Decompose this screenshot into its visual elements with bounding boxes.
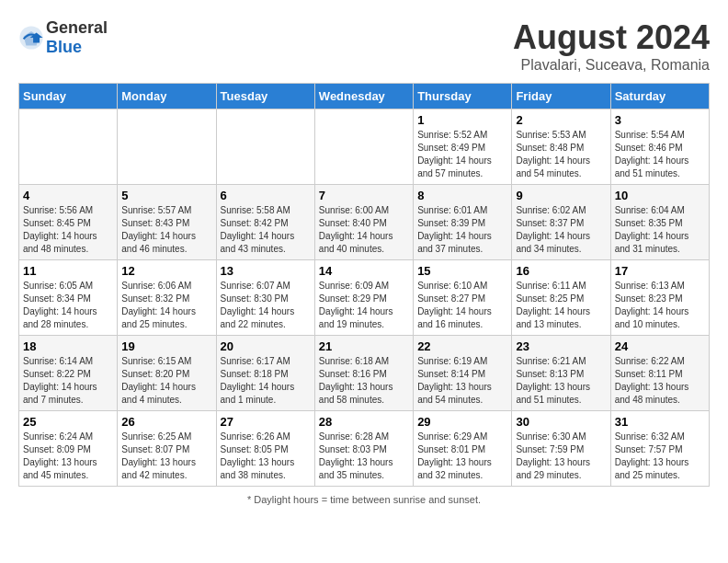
logo-text: General Blue: [46, 18, 108, 56]
day-info: Sunrise: 6:11 AMSunset: 8:25 PMDaylight:…: [516, 280, 606, 331]
day-info: Sunrise: 6:15 AMSunset: 8:20 PMDaylight:…: [121, 355, 211, 407]
calendar-cell: 14Sunrise: 6:09 AMSunset: 8:29 PMDayligh…: [314, 260, 413, 336]
day-info: Sunrise: 6:10 AMSunset: 8:27 PMDaylight:…: [417, 280, 507, 331]
day-info: Sunrise: 6:18 AMSunset: 8:16 PMDaylight:…: [319, 355, 409, 407]
day-info: Sunrise: 6:24 AMSunset: 8:09 PMDaylight:…: [23, 431, 113, 482]
calendar-cell: [216, 109, 314, 185]
calendar-day-header: Tuesday: [216, 84, 314, 109]
calendar-cell: 12Sunrise: 6:06 AMSunset: 8:32 PMDayligh…: [118, 260, 216, 336]
day-number: 15: [417, 264, 507, 278]
calendar-cell: 29Sunrise: 6:29 AMSunset: 8:01 PMDayligh…: [414, 411, 512, 487]
day-number: 3: [615, 113, 705, 127]
day-number: 13: [221, 264, 311, 278]
footer-note: * Daylight hours = time between sunrise …: [18, 494, 710, 505]
logo-icon: [18, 25, 44, 51]
month-year: August 2024: [513, 18, 710, 57]
calendar-cell: 10Sunrise: 6:04 AMSunset: 8:35 PMDayligh…: [610, 185, 709, 260]
day-info: Sunrise: 5:58 AMSunset: 8:42 PMDaylight:…: [221, 204, 311, 256]
calendar-day-header: Saturday: [610, 84, 709, 109]
day-number: 2: [516, 113, 606, 127]
day-number: 12: [121, 264, 211, 278]
day-info: Sunrise: 6:29 AMSunset: 8:01 PMDaylight:…: [417, 431, 507, 482]
day-info: Sunrise: 6:32 AMSunset: 7:57 PMDaylight:…: [615, 431, 705, 482]
day-number: 29: [417, 415, 507, 429]
day-info: Sunrise: 5:53 AMSunset: 8:48 PMDaylight:…: [516, 129, 606, 180]
calendar-cell: 5Sunrise: 5:57 AMSunset: 8:43 PMDaylight…: [118, 185, 216, 260]
day-info: Sunrise: 6:22 AMSunset: 8:11 PMDaylight:…: [615, 355, 705, 407]
calendar-cell: 4Sunrise: 5:56 AMSunset: 8:45 PMDaylight…: [19, 185, 118, 260]
day-number: 18: [23, 339, 113, 353]
calendar-header-row: SundayMondayTuesdayWednesdayThursdayFrid…: [19, 84, 710, 109]
calendar-day-header: Friday: [512, 84, 610, 109]
calendar-day-header: Monday: [118, 84, 216, 109]
calendar-cell: 24Sunrise: 6:22 AMSunset: 8:11 PMDayligh…: [610, 336, 709, 411]
day-info: Sunrise: 6:02 AMSunset: 8:37 PMDaylight:…: [516, 204, 606, 256]
day-info: Sunrise: 6:05 AMSunset: 8:34 PMDaylight:…: [23, 280, 113, 331]
calendar-cell: 7Sunrise: 6:00 AMSunset: 8:40 PMDaylight…: [314, 185, 413, 260]
day-number: 10: [615, 189, 705, 202]
day-number: 31: [615, 415, 705, 429]
calendar-cell: 31Sunrise: 6:32 AMSunset: 7:57 PMDayligh…: [610, 411, 709, 487]
day-info: Sunrise: 5:57 AMSunset: 8:43 PMDaylight:…: [121, 204, 211, 256]
calendar-cell: 2Sunrise: 5:53 AMSunset: 8:48 PMDaylight…: [512, 109, 610, 185]
header: General Blue August 2024 Plavalari, Suce…: [18, 18, 710, 74]
calendar-cell: 20Sunrise: 6:17 AMSunset: 8:18 PMDayligh…: [216, 336, 314, 411]
day-number: 30: [516, 415, 606, 429]
day-info: Sunrise: 6:04 AMSunset: 8:35 PMDaylight:…: [615, 204, 705, 256]
day-number: 17: [615, 264, 705, 278]
day-info: Sunrise: 6:26 AMSunset: 8:05 PMDaylight:…: [221, 431, 311, 482]
calendar-cell: 26Sunrise: 6:25 AMSunset: 8:07 PMDayligh…: [118, 411, 216, 487]
calendar-week-row: 25Sunrise: 6:24 AMSunset: 8:09 PMDayligh…: [19, 411, 710, 487]
calendar-cell: 19Sunrise: 6:15 AMSunset: 8:20 PMDayligh…: [118, 336, 216, 411]
calendar-cell: [118, 109, 216, 185]
calendar-day-header: Wednesday: [314, 84, 413, 109]
calendar-cell: [19, 109, 118, 185]
calendar-cell: 27Sunrise: 6:26 AMSunset: 8:05 PMDayligh…: [216, 411, 314, 487]
day-info: Sunrise: 6:25 AMSunset: 8:07 PMDaylight:…: [121, 431, 211, 482]
calendar-cell: 17Sunrise: 6:13 AMSunset: 8:23 PMDayligh…: [610, 260, 709, 336]
calendar-week-row: 1Sunrise: 5:52 AMSunset: 8:49 PMDaylight…: [19, 109, 710, 185]
day-info: Sunrise: 5:56 AMSunset: 8:45 PMDaylight:…: [23, 204, 113, 256]
day-number: 23: [516, 339, 606, 353]
day-info: Sunrise: 6:28 AMSunset: 8:03 PMDaylight:…: [319, 431, 409, 482]
calendar-cell: 13Sunrise: 6:07 AMSunset: 8:30 PMDayligh…: [216, 260, 314, 336]
day-number: 4: [23, 189, 113, 202]
calendar-cell: 9Sunrise: 6:02 AMSunset: 8:37 PMDaylight…: [512, 185, 610, 260]
day-number: 1: [417, 113, 507, 127]
calendar-cell: 6Sunrise: 5:58 AMSunset: 8:42 PMDaylight…: [216, 185, 314, 260]
day-number: 11: [23, 264, 113, 278]
day-info: Sunrise: 6:30 AMSunset: 7:59 PMDaylight:…: [516, 431, 606, 482]
calendar-week-row: 18Sunrise: 6:14 AMSunset: 8:22 PMDayligh…: [19, 336, 710, 411]
day-info: Sunrise: 6:06 AMSunset: 8:32 PMDaylight:…: [121, 280, 211, 331]
day-number: 5: [121, 189, 211, 202]
calendar-cell: 1Sunrise: 5:52 AMSunset: 8:49 PMDaylight…: [414, 109, 512, 185]
day-number: 16: [516, 264, 606, 278]
calendar-cell: 22Sunrise: 6:19 AMSunset: 8:14 PMDayligh…: [414, 336, 512, 411]
day-info: Sunrise: 6:07 AMSunset: 8:30 PMDaylight:…: [221, 280, 311, 331]
day-number: 27: [221, 415, 311, 429]
calendar-cell: [314, 109, 413, 185]
calendar-cell: 3Sunrise: 5:54 AMSunset: 8:46 PMDaylight…: [610, 109, 709, 185]
day-info: Sunrise: 6:00 AMSunset: 8:40 PMDaylight:…: [319, 204, 409, 256]
day-info: Sunrise: 6:13 AMSunset: 8:23 PMDaylight:…: [615, 280, 705, 331]
day-number: 9: [516, 189, 606, 202]
day-info: Sunrise: 6:01 AMSunset: 8:39 PMDaylight:…: [417, 204, 507, 256]
day-number: 8: [417, 189, 507, 202]
day-info: Sunrise: 5:52 AMSunset: 8:49 PMDaylight:…: [417, 129, 507, 180]
title-area: August 2024 Plavalari, Suceava, Romania: [513, 18, 710, 74]
logo: General Blue: [18, 18, 108, 57]
calendar-cell: 23Sunrise: 6:21 AMSunset: 8:13 PMDayligh…: [512, 336, 610, 411]
calendar-cell: 11Sunrise: 6:05 AMSunset: 8:34 PMDayligh…: [19, 260, 118, 336]
day-info: Sunrise: 6:14 AMSunset: 8:22 PMDaylight:…: [23, 355, 113, 407]
calendar-week-row: 11Sunrise: 6:05 AMSunset: 8:34 PMDayligh…: [19, 260, 710, 336]
calendar-cell: 25Sunrise: 6:24 AMSunset: 8:09 PMDayligh…: [19, 411, 118, 487]
calendar-day-header: Thursday: [414, 84, 512, 109]
day-number: 20: [221, 339, 311, 353]
location: Plavalari, Suceava, Romania: [513, 57, 710, 74]
day-info: Sunrise: 6:17 AMSunset: 8:18 PMDaylight:…: [221, 355, 311, 407]
calendar-cell: 16Sunrise: 6:11 AMSunset: 8:25 PMDayligh…: [512, 260, 610, 336]
day-number: 21: [319, 339, 409, 353]
day-info: Sunrise: 6:21 AMSunset: 8:13 PMDaylight:…: [516, 355, 606, 407]
calendar-cell: 30Sunrise: 6:30 AMSunset: 7:59 PMDayligh…: [512, 411, 610, 487]
day-info: Sunrise: 5:54 AMSunset: 8:46 PMDaylight:…: [615, 129, 705, 180]
